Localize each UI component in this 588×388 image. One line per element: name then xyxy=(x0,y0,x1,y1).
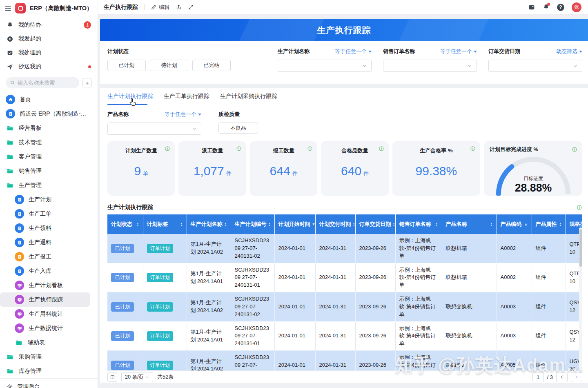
defective-filter-button[interactable]: 不良品 xyxy=(218,123,258,134)
column-settings-button[interactable] xyxy=(107,372,117,382)
scrollbar-thumb[interactable] xyxy=(579,229,582,267)
table-row[interactable]: 已计划订单计划第1月-生产计划 2024.1A02SCJHXSDD2309 27… xyxy=(107,351,582,370)
tab-workorder-execution[interactable]: 生产工单执行跟踪 xyxy=(164,88,209,105)
column-header-plan_no[interactable]: 生产计划编号▲▼ xyxy=(231,214,274,234)
sort-icon[interactable]: ▲▼ xyxy=(435,222,438,227)
sidebar-item-production-report[interactable]: 生产报工 xyxy=(0,250,98,264)
sort-icon[interactable]: ▲▼ xyxy=(393,222,395,227)
info-icon[interactable] xyxy=(307,146,313,152)
sidebar-item-todo[interactable]: 我的待办1 xyxy=(0,18,98,32)
column-header-due[interactable]: 计划交付时间▲▼ xyxy=(315,214,355,234)
page-size-select[interactable]: 20 条/页 xyxy=(121,372,153,382)
sidebar-search-input[interactable] xyxy=(18,80,75,86)
column-header-order[interactable]: 销售订单名称▲▼ xyxy=(395,214,442,234)
column-header-tag[interactable]: 计划标签▲▼ xyxy=(143,214,187,234)
sort-icon[interactable]: ▼ xyxy=(312,223,316,226)
table-row[interactable]: 已计划订单计划第1月-生产计划 2024.1A02SCJHXSDD2309 27… xyxy=(107,292,582,322)
sort-icon[interactable]: ▲▼ xyxy=(559,222,561,227)
info-icon[interactable] xyxy=(470,146,476,152)
table-row[interactable]: 已计划订单计划第1月-生产计划 2024.1A01SCJHXSDD2309 27… xyxy=(107,321,582,351)
table-scrollbar[interactable] xyxy=(579,227,582,370)
sidebar-item-processed[interactable]: 我处理的 xyxy=(0,46,98,60)
notification-badge: 1 xyxy=(84,21,91,29)
column-header-code[interactable]: 产品编码▲ xyxy=(497,214,532,234)
sidebar-item-tech-mgmt[interactable]: 技术管理 xyxy=(0,135,98,149)
info-icon[interactable] xyxy=(379,146,384,152)
column-header-delivery[interactable]: 订单交货日期▲▼ xyxy=(355,214,395,234)
avatar[interactable]: 张 xyxy=(572,2,581,12)
product-name-select[interactable] xyxy=(107,123,201,135)
kpi-unit: 单 xyxy=(143,170,148,177)
kpi-unit: 件 xyxy=(292,170,298,177)
filter-select[interactable] xyxy=(383,60,477,72)
share-button[interactable] xyxy=(176,4,182,10)
filter-option-button[interactable]: 已完结 xyxy=(192,60,231,71)
sidebar-item-production-inbound[interactable]: 生产入库 xyxy=(0,264,98,278)
filter-operator-link[interactable]: 等于任意一个 xyxy=(440,48,477,55)
column-header-attr[interactable]: 产品属性▲▼ xyxy=(532,214,566,234)
admin-console-link[interactable]: 管理后台 xyxy=(0,378,98,388)
info-icon[interactable] xyxy=(236,146,242,152)
notifications-button[interactable] xyxy=(543,4,550,11)
panel-toggle-button[interactable] xyxy=(528,4,535,11)
sort-icon[interactable]: ▲▼ xyxy=(490,222,492,227)
sidebar-item-business-dashboard[interactable]: 经营看板 xyxy=(0,121,98,135)
prev-page-button[interactable] xyxy=(556,372,568,382)
fullscreen-button[interactable] xyxy=(188,4,194,10)
sidebar-item-home[interactable]: 首页 xyxy=(0,92,98,107)
column-header-plan_name[interactable]: 生产计划名称▲▼ xyxy=(187,214,231,234)
sidebar-item-inventory-mgmt[interactable]: 库存管理 xyxy=(0,364,98,378)
page-input[interactable]: 1 xyxy=(532,372,544,382)
sidebar-item-production-return[interactable]: 生产退料 xyxy=(0,235,98,250)
sidebar-item-jdy-erp[interactable]: 简道云 ERP（离散制造-MTO）… xyxy=(0,107,98,121)
table-row[interactable]: 已计划订单计划第1月-生产计划 2024.1A02SCJHXSDD2309 27… xyxy=(107,234,582,263)
info-icon[interactable] xyxy=(572,147,577,152)
next-page-button[interactable] xyxy=(571,372,582,382)
sort-icon[interactable]: ▲▼ xyxy=(136,222,139,227)
filter-operator-link[interactable]: 动态筛选 xyxy=(556,48,582,55)
sidebar-item-customer-mgmt[interactable]: 客户管理 xyxy=(0,149,98,164)
sidebar-item-production-material-stats[interactable]: 生产用料统计 xyxy=(0,307,98,321)
tab-plan-execution[interactable]: 生产计划执行跟踪 xyxy=(107,88,153,105)
sidebar-item-production-workorder[interactable]: 生产工单 xyxy=(0,207,98,221)
column-header-status[interactable]: 计划状态▲▼ xyxy=(107,214,143,234)
sidebar-item-production-picking[interactable]: 生产领料 xyxy=(0,221,98,235)
folder-icon xyxy=(6,125,14,132)
filter-option-button[interactable]: 已计划 xyxy=(107,60,146,71)
sidebar-item-production-data-stats[interactable]: 生产数据统计 xyxy=(0,321,98,335)
sidebar-item-sales-mgmt[interactable]: 销售管理 xyxy=(0,164,98,178)
sort-icon[interactable]: ▲▼ xyxy=(224,222,227,227)
filter-select[interactable] xyxy=(488,60,582,72)
sort-icon[interactable]: ▲▼ xyxy=(180,222,183,227)
cell-plan_name: 第1月-生产计划 2024.1A02 xyxy=(187,351,231,370)
sidebar-item-cc-me[interactable]: 抄送我的 xyxy=(0,60,98,74)
sidebar-item-initiated[interactable]: 我发起的 xyxy=(0,32,98,46)
sort-icon[interactable]: ▲▼ xyxy=(268,222,271,227)
cell-status: 已计划 xyxy=(107,321,143,351)
filter-option-button[interactable]: 待计划 xyxy=(150,60,188,71)
info-icon[interactable] xyxy=(577,205,582,210)
sidebar-item-production-plan[interactable]: 生产计划 xyxy=(0,192,98,207)
filter-operator-link[interactable]: 等于任意一个 xyxy=(335,48,372,55)
add-button[interactable]: + xyxy=(82,78,92,87)
column-header-start[interactable]: 计划开始时间▼ xyxy=(274,214,315,234)
help-button[interactable]: ? xyxy=(557,4,564,11)
collapse-menu-icon[interactable] xyxy=(5,6,11,11)
sort-icon[interactable]: ▲ xyxy=(524,223,528,226)
product-operator-link[interactable]: 等于任意一个 xyxy=(165,111,201,118)
filter-select[interactable] xyxy=(278,60,372,72)
sidebar-item-label: 生产用料统计 xyxy=(29,310,63,318)
sidebar-item-label: 首页 xyxy=(20,96,31,103)
table-row[interactable]: 已计划订单计划第1月-生产计划 2024.1A01SCJHXSDD2309 27… xyxy=(107,263,582,292)
tab-plan-purchase-execution[interactable]: 生产计划采购执行跟踪 xyxy=(220,88,277,105)
column-header-product[interactable]: 产品名称▲▼ xyxy=(442,214,497,234)
sidebar-item-production-mgmt[interactable]: 生产管理 xyxy=(0,178,98,192)
info-icon[interactable] xyxy=(165,146,170,152)
sidebar-item-auxiliary-table[interactable]: 辅助表 xyxy=(0,335,98,350)
sidebar-item-production-plan-board[interactable]: 生产计划看板 xyxy=(0,278,98,292)
edit-button[interactable]: 编辑 xyxy=(151,4,169,11)
sidebar-item-purchase-mgmt[interactable]: 采购管理 xyxy=(0,350,98,364)
sort-icon[interactable]: ▲▼ xyxy=(353,222,355,227)
sidebar-item-production-execution-tracking[interactable]: 生产执行跟踪 xyxy=(0,292,90,307)
search-box[interactable] xyxy=(6,77,79,88)
